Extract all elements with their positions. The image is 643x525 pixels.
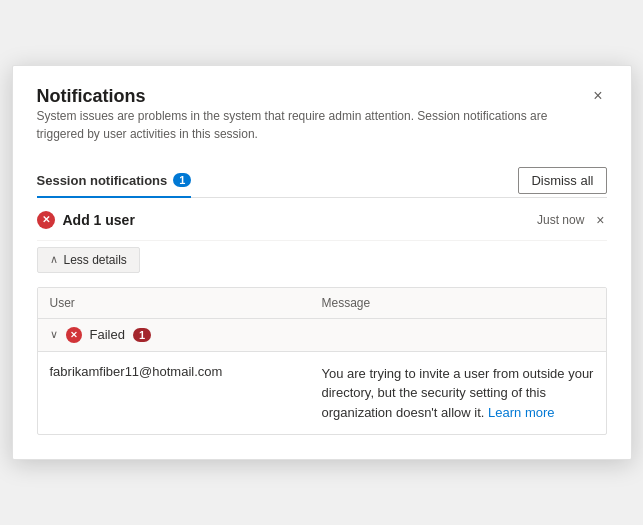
notification-item: Add 1 user Just now × bbox=[37, 198, 607, 241]
tabs-row: Session notifications 1 Dismiss all bbox=[37, 165, 607, 198]
dialog-close-button[interactable]: × bbox=[589, 86, 606, 106]
chevron-down-icon: ∨ bbox=[50, 328, 58, 341]
dialog-subtitle: System issues are problems in the system… bbox=[37, 107, 590, 143]
dismiss-all-button[interactable]: Dismiss all bbox=[518, 167, 606, 194]
cell-message: You are trying to invite a user from out… bbox=[322, 364, 594, 423]
notification-dismiss-button[interactable]: × bbox=[594, 210, 606, 230]
tab-label: Session notifications bbox=[37, 173, 168, 188]
dialog-title: Notifications bbox=[37, 86, 590, 107]
learn-more-link[interactable]: Learn more bbox=[488, 405, 554, 420]
notification-timestamp: Just now bbox=[537, 213, 584, 227]
column-user-header: User bbox=[50, 296, 322, 310]
details-toggle-label: Less details bbox=[64, 253, 127, 267]
group-label: Failed bbox=[90, 327, 125, 342]
dialog-header: Notifications System issues are problems… bbox=[37, 86, 607, 159]
dialog-title-group: Notifications System issues are problems… bbox=[37, 86, 590, 159]
notification-title: Add 1 user bbox=[63, 212, 135, 228]
session-notifications-tab[interactable]: Session notifications 1 bbox=[37, 165, 192, 198]
table-row: fabrikamfiber11@hotmail.com You are tryi… bbox=[38, 352, 606, 435]
chevron-up-icon: ∧ bbox=[50, 253, 58, 266]
cell-user: fabrikamfiber11@hotmail.com bbox=[50, 364, 322, 379]
tab-badge: 1 bbox=[173, 173, 191, 187]
column-message-header: Message bbox=[322, 296, 594, 310]
notifications-dialog: Notifications System issues are problems… bbox=[12, 65, 632, 461]
notification-right: Just now × bbox=[537, 210, 607, 230]
details-table: User Message ∨ Failed 1 fabrikamfiber11@… bbox=[37, 287, 607, 436]
notification-left: Add 1 user bbox=[37, 211, 135, 229]
group-error-icon bbox=[66, 327, 82, 343]
table-group-row[interactable]: ∨ Failed 1 bbox=[38, 319, 606, 352]
table-header: User Message bbox=[38, 288, 606, 319]
error-icon bbox=[37, 211, 55, 229]
group-count-badge: 1 bbox=[133, 328, 151, 342]
details-toggle-button[interactable]: ∧ Less details bbox=[37, 247, 140, 273]
